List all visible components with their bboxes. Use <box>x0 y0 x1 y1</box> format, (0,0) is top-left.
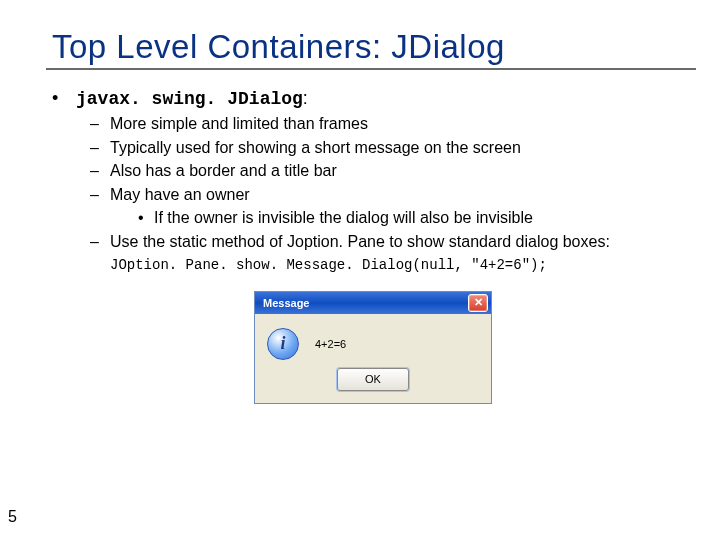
dialog-message: 4+2=6 <box>315 338 346 350</box>
close-icon[interactable]: ✕ <box>468 294 488 312</box>
slide-title: Top Level Containers: JDialog <box>52 28 696 66</box>
dialog-title-text: Message <box>263 297 309 309</box>
sub-bullet-text: May have an owner <box>110 186 250 203</box>
bullet-dot: • <box>52 88 76 109</box>
sub-bullet: Typically used for showing a short messa… <box>90 137 696 159</box>
info-icon: i <box>267 328 299 360</box>
dialog-titlebar: Message ✕ <box>255 292 491 314</box>
message-dialog: Message ✕ i 4+2=6 OK <box>254 291 492 404</box>
page-number: 5 <box>8 508 17 526</box>
top-bullet: • javax. swing. JDialog: <box>52 88 696 109</box>
colon: : <box>303 88 308 108</box>
sub-bullet: May have an owner If the owner is invisi… <box>90 184 696 229</box>
dialog-button-row: OK <box>255 368 491 403</box>
dialog-screenshot: Message ✕ i 4+2=6 OK <box>254 291 696 404</box>
dialog-body: i 4+2=6 <box>255 314 491 368</box>
sub-bullet-list: More simple and limited than frames Typi… <box>90 113 696 253</box>
code-snippet: JOption. Pane. show. Message. Dialog(nul… <box>110 257 696 273</box>
class-name-code: javax. swing. JDialog <box>76 89 303 109</box>
ok-button[interactable]: OK <box>337 368 409 391</box>
sub-sub-bullet: If the owner is invisible the dialog wil… <box>138 207 696 229</box>
sub-bullet: More simple and limited than frames <box>90 113 696 135</box>
sub-bullet: Also has a border and a title bar <box>90 160 696 182</box>
title-underline <box>46 68 696 70</box>
sub-sub-list: If the owner is invisible the dialog wil… <box>138 207 696 229</box>
sub-bullet: Use the static method of Joption. Pane t… <box>90 231 696 253</box>
